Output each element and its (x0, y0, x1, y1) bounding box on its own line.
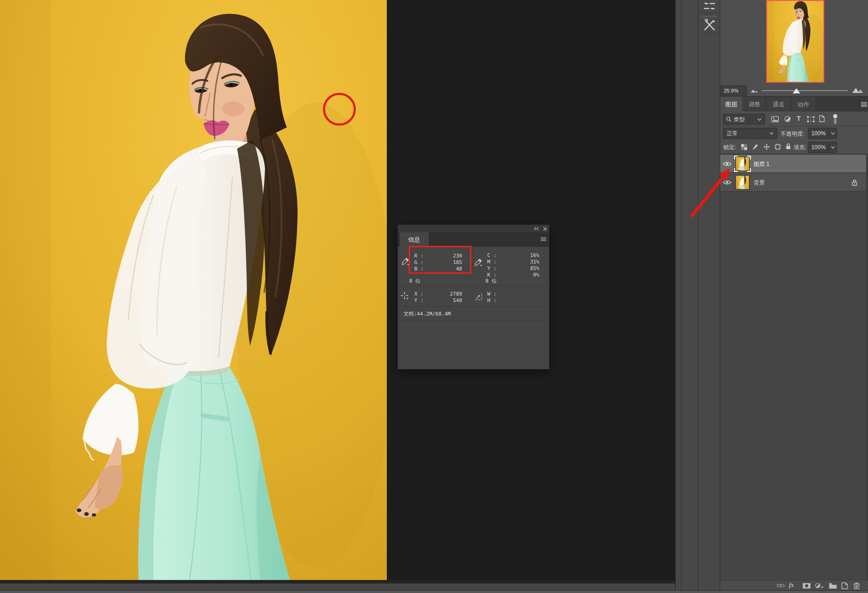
new-layer-icon[interactable] (841, 582, 848, 590)
tab-layers[interactable]: 图层 (720, 97, 742, 112)
m-label: M : (487, 259, 497, 265)
fill-chevron[interactable] (829, 142, 837, 153)
brush-settings-panel-icon[interactable] (699, 0, 720, 13)
fill-value-field[interactable]: 100% (808, 142, 829, 153)
y-cmyk-value: 85% (520, 265, 539, 271)
zoom-percentage: 25.9% (724, 88, 738, 93)
layer-list-scrollbar-gutter[interactable] (866, 155, 868, 580)
lock-paint-icon[interactable] (752, 143, 759, 151)
zoom-in-icon[interactable] (851, 86, 863, 94)
horizontal-scrollbar[interactable] (0, 583, 675, 590)
blend-mode-dropdown[interactable]: 正常 (723, 128, 777, 139)
h-label: H : (487, 297, 497, 303)
w-label: W : (487, 291, 497, 297)
info-panel-menu-icon[interactable] (540, 237, 546, 242)
info-panel-header[interactable] (398, 225, 549, 232)
rgb-bit-depth: 8 位 (409, 277, 420, 284)
tab-info[interactable]: 信息 (400, 232, 429, 247)
panel-tab-bar: 图层 调整 通道 动作 (720, 96, 868, 112)
opacity-value-field[interactable]: 100% (808, 128, 829, 139)
layer2-visibility-eye-icon[interactable] (722, 178, 732, 186)
c-label: C : (487, 252, 497, 258)
tab-adjustments[interactable]: 调整 (743, 97, 766, 112)
layer-row-2[interactable]: 背景 (720, 173, 868, 191)
link-layers-icon[interactable] (776, 583, 785, 588)
tool-presets-panel-icon[interactable] (699, 14, 720, 33)
layers-filter-row: 类型 T (720, 112, 868, 126)
resize-dimensions-icon (474, 292, 483, 301)
navigator-slider[interactable] (793, 88, 800, 93)
y-value: 540 (444, 297, 462, 303)
delete-layer-trash-icon[interactable] (853, 582, 861, 590)
layer-list: 图层 1 背景 (720, 155, 868, 580)
layer2-thumbnail[interactable] (736, 176, 749, 189)
search-icon (726, 117, 731, 122)
opacity-label: 不透明度: (781, 131, 804, 137)
x-value: 2789 (444, 291, 462, 297)
blend-mode-value: 正常 (727, 130, 738, 137)
fill-label: 填充: (794, 144, 806, 151)
add-layer-mask-icon[interactable] (802, 582, 811, 589)
layer1-name[interactable]: 图层 1 (754, 161, 769, 167)
layer2-name[interactable]: 背景 (754, 179, 765, 186)
layer1-visibility-eye-icon[interactable] (722, 159, 732, 168)
filter-type-label: 类型 (734, 116, 745, 123)
canvas-area[interactable] (0, 0, 675, 580)
chevron-down-icon (769, 132, 774, 135)
filter-pixel-layers-icon[interactable] (771, 115, 779, 123)
lock-label: 锁定: (723, 144, 736, 151)
x-label: X : (414, 291, 424, 297)
c-value: 16% (520, 252, 539, 258)
window-bottom-strip (0, 590, 868, 593)
lock-all-icon[interactable] (785, 143, 791, 150)
filter-type-layers-icon[interactable]: T (795, 115, 802, 122)
photoshop-window: 25.9% 图层 调整 通道 动作 (0, 0, 868, 593)
document-size: 文档:44.2M/88.4M (404, 310, 451, 317)
rgb-highlight-box (409, 246, 471, 274)
opacity-chevron[interactable] (829, 128, 837, 139)
k-value: 0% (520, 272, 539, 278)
cmyk-eyedropper-icon[interactable] (474, 257, 483, 267)
crosshair-icon (400, 291, 409, 300)
filter-toggle-icon[interactable] (831, 113, 839, 125)
photo-canvas[interactable] (0, 0, 387, 580)
filter-smart-object-icon[interactable] (819, 115, 825, 123)
lock-position-icon[interactable] (763, 143, 770, 151)
right-panel-column: 25.9% 图层 调整 通道 动作 (720, 0, 868, 590)
info-panel: 信息 R : 230 G : 185 B : 48 8 位 C : 16% M … (398, 224, 550, 369)
panel-dock-strip (675, 0, 720, 590)
m-value: 31% (520, 259, 539, 265)
close-panel-icon[interactable] (542, 226, 548, 231)
navigator-slider-track[interactable] (762, 90, 848, 91)
new-adjustment-layer-icon[interactable] (815, 582, 823, 589)
y-label: Y : (414, 297, 424, 303)
panel-menu-icon[interactable] (861, 101, 867, 107)
navigator-zoom-field[interactable]: 25.9% (721, 86, 747, 96)
layer-filter-dropdown[interactable]: 类型 (723, 114, 765, 125)
layer-row-1[interactable]: 图层 1 (720, 155, 868, 173)
blend-opacity-row: 正常 不透明度: 100% (720, 126, 868, 140)
layers-bottom-bar: fx (720, 580, 868, 590)
layer1-thumbnail[interactable] (736, 157, 749, 171)
navigator-panel: 25.9% (720, 0, 868, 96)
layer-style-fx-icon[interactable]: fx (789, 581, 798, 590)
new-group-folder-icon[interactable] (828, 582, 837, 589)
chevron-down-icon (757, 118, 762, 121)
tab-channels[interactable]: 通道 (767, 97, 791, 112)
tab-actions[interactable]: 动作 (791, 97, 815, 112)
filter-adjustment-layers-icon[interactable] (784, 115, 791, 123)
canvas-bottom-edge (0, 580, 675, 583)
collapse-panel-icon[interactable] (533, 226, 539, 231)
filter-shape-layers-icon[interactable] (807, 115, 815, 123)
lock-artboard-icon[interactable] (774, 143, 782, 151)
lock-fill-row: 锁定: 填充: 100% (720, 140, 868, 154)
cmyk-bit-depth: 8 位 (485, 277, 497, 284)
navigator-thumbnail[interactable] (766, 0, 824, 83)
y-cmyk-label: Y : (487, 265, 497, 271)
zoom-out-icon[interactable] (749, 87, 759, 94)
lock-transparency-icon[interactable] (741, 144, 748, 151)
info-tab-strip: 信息 (398, 232, 549, 247)
layer2-lock-icon (851, 179, 857, 186)
